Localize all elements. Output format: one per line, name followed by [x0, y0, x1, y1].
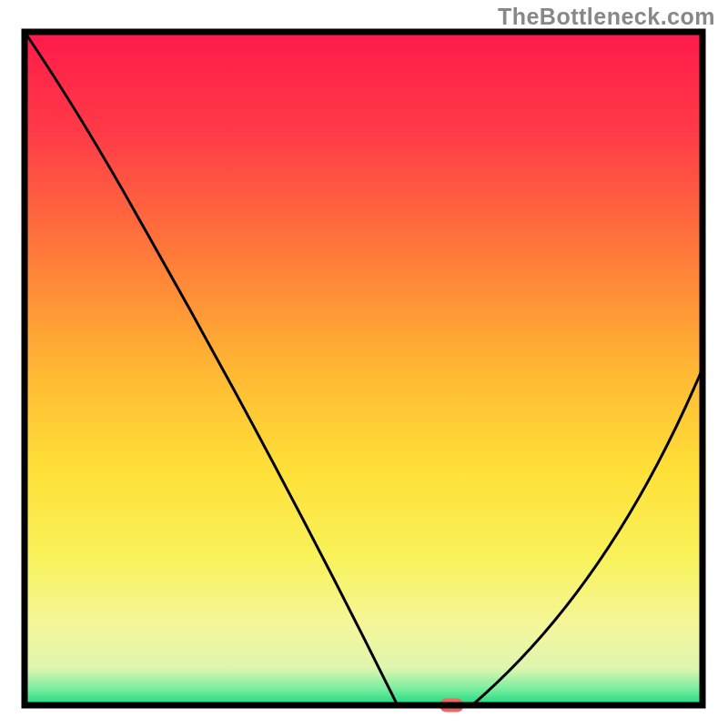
watermark-text: TheBottleneck.com [498, 4, 715, 30]
plot-background [25, 32, 703, 705]
chart-container: { "watermark": "TheBottleneck.com", "cha… [0, 0, 728, 728]
bottleneck-chart [0, 0, 728, 728]
